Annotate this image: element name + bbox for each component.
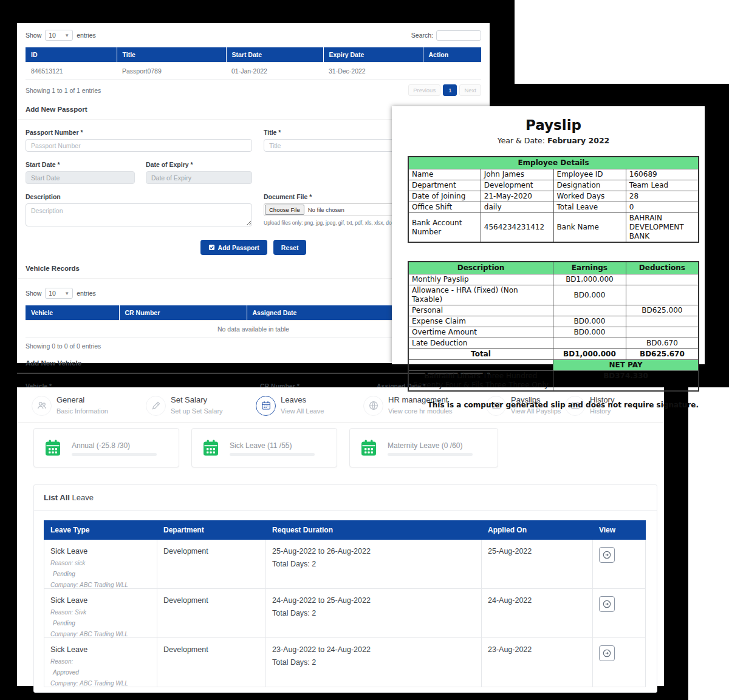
- status-badge: Approved: [53, 669, 151, 676]
- amount-words-row: Bahraini Dinars Three Hundred Seventy Fo…: [408, 371, 699, 392]
- column-header-action[interactable]: Action: [423, 47, 481, 63]
- passport-table-header: ID Title Start Date Expiry Date Action: [26, 47, 481, 63]
- salary-table-header: Description Earnings Deductions: [408, 262, 699, 274]
- previous-page-button[interactable]: Previous: [408, 84, 440, 96]
- table-row: Sick Leave Reason: Sivk Pending Company:…: [44, 589, 646, 638]
- chevron-down-icon: ▼: [64, 33, 69, 38]
- entries-label: entries: [77, 32, 96, 39]
- column-header-start-date[interactable]: Start Date: [226, 47, 323, 63]
- payslip-date: Year & Date: February 2022: [408, 136, 699, 145]
- table-row: Allowance - HRA (Fixed) (Non Taxable)BD0…: [408, 285, 699, 305]
- table-row: Late DeductionBD0.670: [408, 338, 699, 349]
- column-header-request-duration[interactable]: Request Duration: [266, 521, 482, 540]
- payslip-title: Payslip: [408, 117, 699, 133]
- column-header-view[interactable]: View: [593, 521, 646, 540]
- calendar-icon: [44, 439, 62, 457]
- net-pay-label: NET PAY: [553, 360, 699, 371]
- table-row: DepartmentDevelopment DesignationTeam Le…: [408, 180, 699, 191]
- next-page-button[interactable]: Next: [459, 84, 481, 96]
- checkbox-check-icon: [208, 244, 215, 251]
- total-row: TotalBD1,000.000BD625.670: [408, 349, 699, 360]
- passport-number-field[interactable]: [26, 139, 252, 152]
- view-leave-button[interactable]: [599, 596, 615, 612]
- cell-id: 846513121: [26, 63, 117, 80]
- column-header-department[interactable]: Department: [157, 521, 266, 540]
- view-leave-button[interactable]: [599, 547, 615, 563]
- leave-card-maternity[interactable]: Maternity Leave (0 /60): [349, 428, 498, 467]
- leave-table: Leave Type Department Request Duration A…: [44, 520, 646, 687]
- desktop-background: Show 10 ▼ entries Search: ID Title Start…: [0, 0, 729, 700]
- leave-table-header: Leave Type Department Request Duration A…: [44, 521, 646, 540]
- progress-bar: [388, 453, 473, 456]
- tab-general[interactable]: General Basic Information: [32, 395, 108, 416]
- net-pay-row: NET PAY: [408, 360, 699, 371]
- leave-card-label: Maternity Leave (0 /60): [388, 441, 462, 450]
- table-row: Monthly PayslipBD1,000.000: [408, 274, 699, 285]
- cell-action: [423, 63, 481, 80]
- arrow-right-circle-icon: [602, 648, 612, 658]
- tab-leaves[interactable]: Leaves View All Leave: [256, 395, 324, 416]
- description-field[interactable]: [26, 203, 252, 226]
- column-header-expiry-date[interactable]: Expiry Date: [323, 47, 423, 63]
- progress-bar: [72, 453, 157, 456]
- table-row: Date of Joining21-May-2020 Worked Days28: [408, 191, 699, 202]
- employee-details-header: Employee Details: [408, 157, 699, 169]
- amount-in-words: Bahraini Dinars Three Hundred Seventy Fo…: [408, 371, 553, 392]
- page-length-control: Show 10 ▼ entries: [26, 288, 96, 299]
- passport-table-footer: Showing 1 to 1 of 1 entries Previous 1 N…: [26, 84, 481, 96]
- page-size-select[interactable]: 10 ▼: [45, 30, 73, 41]
- table-row: Expense ClaimBD0.000: [408, 316, 699, 327]
- expiry-date-field[interactable]: [146, 171, 252, 184]
- table-row: Office Shiftdaily Total Leave0: [408, 202, 699, 213]
- search-input[interactable]: [436, 30, 481, 41]
- start-date-field[interactable]: [26, 171, 135, 184]
- table-info: Showing 1 to 1 of 1 entries: [26, 87, 101, 94]
- table-row: 846513121 Passport0789 01-Jan-2022 31-De…: [26, 63, 481, 80]
- list-all-leave-title: List All Leave: [34, 485, 657, 511]
- column-header-leave-type[interactable]: Leave Type: [44, 521, 157, 540]
- leave-card-label: Sick Leave (11 /55): [230, 441, 292, 450]
- leave-card-annual[interactable]: Annual (-25.8 /30): [33, 428, 179, 467]
- search-label: Search:: [411, 32, 433, 39]
- people-icon: [36, 400, 47, 411]
- arrow-right-circle-icon: [602, 599, 612, 609]
- page-length-control: Show 10 ▼ entries: [26, 30, 96, 41]
- start-date-label: Start Date *: [26, 161, 135, 168]
- passport-table-controls: Show 10 ▼ entries Search:: [26, 29, 481, 41]
- view-leave-button[interactable]: [599, 645, 615, 661]
- table-row: PersonalBD625.000: [408, 305, 699, 316]
- table-row: Sick Leave Reason: Approved Company: ABC…: [44, 638, 646, 687]
- column-header-applied-on[interactable]: Applied On: [482, 521, 593, 540]
- calendar-icon: [202, 439, 220, 457]
- column-header-title[interactable]: Title: [117, 47, 226, 63]
- cell-expiry-date: 31-Dec-2022: [323, 63, 423, 80]
- cell-title: Passport0789: [117, 63, 226, 80]
- document-file-input[interactable]: Choose File No file chosen: [264, 203, 400, 216]
- status-badge: Pending: [53, 571, 151, 577]
- leave-card-sick[interactable]: Sick Leave (11 /55): [191, 428, 337, 467]
- calendar-icon: [360, 439, 378, 457]
- table-row: Overtime AmountBD0.000: [408, 327, 699, 338]
- choose-file-button[interactable]: Choose File: [265, 205, 304, 215]
- search-control: Search:: [411, 30, 481, 41]
- column-header-vehicle[interactable]: Vehicle: [26, 305, 119, 321]
- add-passport-button[interactable]: Add Passport: [200, 240, 267, 255]
- payslip-panel: Payslip Year & Date: February 2022 Emplo…: [392, 106, 705, 364]
- passport-number-label: Passport Number *: [26, 129, 252, 136]
- page-1-button[interactable]: 1: [443, 84, 457, 96]
- reset-passport-button[interactable]: Reset: [273, 240, 307, 255]
- column-header-id[interactable]: ID: [26, 47, 117, 63]
- salary-table: Description Earnings Deductions Monthly …: [408, 261, 699, 392]
- cell-start-date: 01-Jan-2022: [226, 63, 323, 80]
- table-row: NameJohn James Employee ID160689: [408, 169, 699, 180]
- page-size-select[interactable]: 10 ▼: [45, 288, 73, 299]
- net-pay-value: BD374.330: [553, 371, 699, 392]
- expiry-date-label: Date of Expiry *: [146, 161, 252, 168]
- tab-set-salary[interactable]: Set Salary Set up Set Salary: [146, 395, 223, 416]
- arrow-right-circle-icon: [602, 550, 612, 560]
- column-header-cr-number[interactable]: CR Number: [119, 305, 247, 321]
- chevron-down-icon: ▼: [64, 291, 69, 296]
- pagination: Previous 1 Next: [408, 84, 481, 96]
- status-badge: Pending: [53, 620, 151, 627]
- pen-icon: [151, 400, 162, 411]
